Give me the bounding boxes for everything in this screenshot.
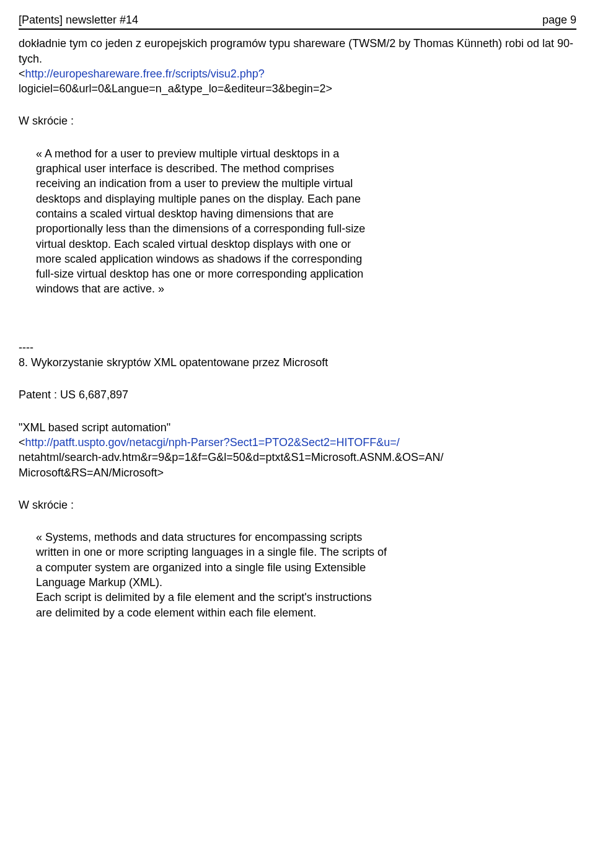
summary-label: W skrócie : — [19, 113, 576, 128]
section-8-title: 8. Wykorzystanie skryptów XML opatentowa… — [19, 355, 576, 370]
dashes: ---- — [19, 340, 576, 355]
patent-number: Patent : US 6,687,897 — [19, 387, 576, 402]
page-header: [Patents] newsletter #14 page 9 — [19, 12, 576, 30]
url-query: logiciel=60&url=0&Langue=n_a&type_lo=&ed… — [19, 82, 332, 95]
abstract-quote-2: « Systems, methods and data structures f… — [36, 530, 390, 620]
section-separator: ---- 8. Wykorzystanie skryptów XML opate… — [19, 340, 576, 370]
url-continuation-1: netahtml/search-adv.htm&r=9&p=1&f=G&l=50… — [19, 451, 444, 463]
url-continuation-2: Microsoft&RS=AN/Microsoft> — [19, 467, 164, 479]
angle-open: < — [19, 68, 25, 80]
header-title: [Patents] newsletter #14 — [19, 12, 138, 27]
angle-open-2: < — [19, 436, 25, 449]
xml-section: "XML based script automation" <http://pa… — [19, 420, 576, 480]
url-link[interactable]: http://europeshareware.free.fr/scripts/v… — [25, 68, 265, 80]
intro-text: dokładnie tym co jeden z europejskich pr… — [19, 37, 573, 64]
page-number: page 9 — [542, 12, 576, 27]
abstract-quote-1: « A method for a user to preview multipl… — [36, 146, 372, 297]
intro-paragraph: dokładnie tym co jeden z europejskich pr… — [19, 36, 576, 96]
quote-2-part-b: Each script is delimited by a file eleme… — [36, 590, 390, 620]
patent-title: "XML based script automation" — [19, 420, 576, 435]
document-body: dokładnie tym co jeden z europejskich pr… — [19, 36, 576, 620]
uspto-link[interactable]: http://patft.uspto.gov/netacgi/nph-Parse… — [25, 436, 400, 449]
quote-2-part-a: « Systems, methods and data structures f… — [36, 530, 390, 590]
summary-label-2: W skrócie : — [19, 498, 576, 512]
